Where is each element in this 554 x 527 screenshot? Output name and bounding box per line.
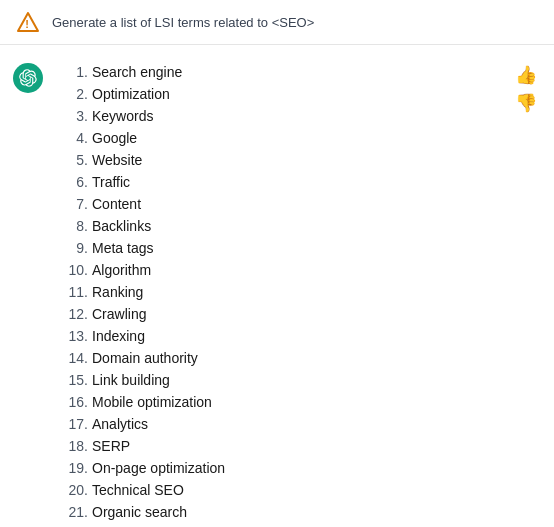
item-text: Ranking [92,284,143,300]
item-number: 16. [56,394,88,410]
item-text: SERP [92,438,130,454]
main-content: 1.Search engine2.Optimization3.Keywords4… [0,45,554,527]
list-item: 5.Website [56,149,502,171]
svg-text:!: ! [25,18,29,30]
item-text: Technical SEO [92,482,184,498]
item-text: Optimization [92,86,170,102]
list-item: 11.Ranking [56,281,502,303]
item-text: Analytics [92,416,148,432]
item-text: Link building [92,372,170,388]
list-item: 20.Technical SEO [56,479,502,501]
item-text: Backlinks [92,218,151,234]
item-number: 10. [56,262,88,278]
list-item: 1.Search engine [56,61,502,83]
item-text: Content [92,196,141,212]
list-item: 14.Domain authority [56,347,502,369]
item-text: Indexing [92,328,145,344]
list-item: 15.Link building [56,369,502,391]
list-item: 6.Traffic [56,171,502,193]
item-text: On-page optimization [92,460,225,476]
item-text: Keywords [92,108,153,124]
item-text: Meta tags [92,240,153,256]
list-item: 18.SERP [56,435,502,457]
list-item: 3.Keywords [56,105,502,127]
list-item: 2.Optimization [56,83,502,105]
item-number: 7. [56,196,88,212]
item-number: 12. [56,306,88,322]
item-number: 9. [56,240,88,256]
prompt-text: Generate a list of LSI terms related to … [52,15,538,30]
list-item: 16.Mobile optimization [56,391,502,413]
lsi-list: 1.Search engine2.Optimization3.Keywords4… [56,61,502,527]
item-text: Domain authority [92,350,198,366]
list-item: 17.Analytics [56,413,502,435]
list-item: 13.Indexing [56,325,502,347]
item-number: 18. [56,438,88,454]
item-text: Crawling [92,306,146,322]
list-column: 1.Search engine2.Optimization3.Keywords4… [56,61,510,527]
list-item: 21.Organic search [56,501,502,523]
item-number: 4. [56,130,88,146]
item-text: Website [92,152,142,168]
item-number: 20. [56,482,88,498]
actions-column: 👍 👎 [510,61,554,527]
thumbs-up-icon: 👍 [515,64,537,86]
list-item: 10.Algorithm [56,259,502,281]
list-item: 8.Backlinks [56,215,502,237]
avatar [13,63,43,93]
list-item: 22.Webmaster [56,523,502,527]
item-number: 5. [56,152,88,168]
item-text: Algorithm [92,262,151,278]
avatar-column [0,61,56,527]
item-number: 6. [56,174,88,190]
item-number: 8. [56,218,88,234]
warning-icon: ! [16,10,40,34]
item-number: 13. [56,328,88,344]
item-number: 15. [56,372,88,388]
item-number: 2. [56,86,88,102]
item-text: Search engine [92,64,182,80]
item-text: Organic search [92,504,187,520]
top-bar: ! Generate a list of LSI terms related t… [0,0,554,45]
item-number: 3. [56,108,88,124]
thumbs-up-button[interactable]: 👍 [514,63,538,87]
list-item: 9.Meta tags [56,237,502,259]
list-item: 12.Crawling [56,303,502,325]
thumbs-down-icon: 👎 [515,92,537,114]
list-item: 19.On-page optimization [56,457,502,479]
item-number: 17. [56,416,88,432]
item-number: 1. [56,64,88,80]
item-text: Traffic [92,174,130,190]
item-number: 21. [56,504,88,520]
list-item: 7.Content [56,193,502,215]
item-number: 19. [56,460,88,476]
item-number: 14. [56,350,88,366]
list-item: 4.Google [56,127,502,149]
item-number: 11. [56,284,88,300]
item-text: Mobile optimization [92,394,212,410]
thumbs-down-button[interactable]: 👎 [514,91,538,115]
item-text: Google [92,130,137,146]
